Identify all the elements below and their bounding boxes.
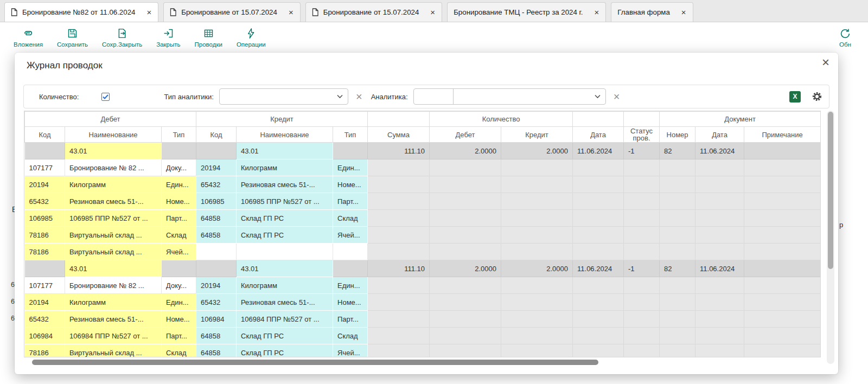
- analytics-select[interactable]: [413, 88, 606, 105]
- table-cell[interactable]: [624, 277, 660, 294]
- table-cell[interactable]: [695, 311, 744, 328]
- table-cell[interactable]: Парт...: [162, 328, 196, 344]
- table-cell[interactable]: 2.0000: [501, 143, 573, 159]
- table-row-detail[interactable]: 20194КилограммЕдин...65432Резиновая смес…: [25, 176, 821, 193]
- settings-gear-icon[interactable]: [812, 91, 822, 102]
- table-cell[interactable]: Един...: [162, 294, 196, 311]
- analytics-type-select[interactable]: [219, 88, 348, 105]
- table-cell[interactable]: 82: [660, 143, 695, 159]
- table-cell[interactable]: [501, 344, 573, 358]
- table-cell[interactable]: [744, 193, 821, 210]
- table-row-summary[interactable]: 43.0143.01111.102.00002.000011.06.2024-1…: [25, 143, 821, 159]
- table-cell[interactable]: 65432: [196, 294, 237, 311]
- table-cell[interactable]: [368, 193, 430, 210]
- tab-close-icon[interactable]: ×: [289, 8, 293, 17]
- table-cell[interactable]: [501, 244, 573, 260]
- table-cell[interactable]: 65432: [25, 193, 65, 210]
- table-cell[interactable]: Склад ГП РС: [237, 328, 333, 344]
- table-cell[interactable]: [368, 344, 430, 358]
- table-cell[interactable]: Склад: [162, 227, 196, 244]
- table-cell[interactable]: 11.06.2024: [573, 260, 624, 277]
- table-cell[interactable]: [744, 294, 821, 311]
- toolbar-button[interactable]: Сохранить: [50, 22, 95, 53]
- table-cell[interactable]: Виртуальный склад ...: [65, 227, 162, 244]
- table-cell[interactable]: [430, 244, 501, 260]
- table-cell[interactable]: [695, 344, 744, 358]
- table-cell[interactable]: [624, 294, 660, 311]
- table-cell[interactable]: [660, 311, 695, 328]
- table-cell[interactable]: [624, 159, 660, 176]
- table-cell[interactable]: Един...: [162, 176, 196, 193]
- table-cell[interactable]: [501, 294, 573, 311]
- table-cell[interactable]: [695, 328, 744, 344]
- table-cell[interactable]: [624, 344, 660, 358]
- table-cell[interactable]: [333, 143, 368, 159]
- table-cell[interactable]: [573, 311, 624, 328]
- table-cell[interactable]: Килограмм: [237, 159, 333, 176]
- toolbar-button[interactable]: Вложения: [7, 22, 50, 53]
- table-cell[interactable]: [660, 159, 695, 176]
- table-cell[interactable]: [368, 176, 430, 193]
- table-cell[interactable]: [624, 328, 660, 344]
- table-cell[interactable]: Килограмм: [65, 176, 162, 193]
- tab[interactable]: Бронирование №82 от 11.06.2024×: [4, 2, 158, 22]
- table-cell[interactable]: [573, 294, 624, 311]
- table-cell[interactable]: [368, 210, 430, 227]
- quantity-checkbox[interactable]: [101, 93, 110, 101]
- table-cell[interactable]: 111.10: [368, 260, 430, 277]
- table-cell[interactable]: [573, 159, 624, 176]
- table-cell[interactable]: 11.06.2024: [695, 143, 744, 159]
- table-cell[interactable]: 20194: [196, 277, 237, 294]
- tab[interactable]: Бронирование ТМЦ - Реестр за 2024 г.×: [447, 2, 606, 22]
- table-row-detail[interactable]: 65432Резиновая смесь 51-...Номе...106985…: [25, 193, 821, 210]
- table-cell[interactable]: 2.0000: [430, 260, 501, 277]
- table-cell[interactable]: [501, 193, 573, 210]
- toolbar-button[interactable]: Операции: [229, 22, 273, 53]
- table-cell[interactable]: [196, 143, 237, 159]
- table-cell[interactable]: Номе...: [162, 311, 196, 328]
- table-cell[interactable]: Склад: [333, 210, 368, 227]
- table-cell[interactable]: [430, 193, 501, 210]
- table-cell[interactable]: 106985 ППР №527 от ...: [237, 193, 333, 210]
- table-cell[interactable]: Парт...: [333, 193, 368, 210]
- table-cell[interactable]: [695, 159, 744, 176]
- table-cell[interactable]: 111.10: [368, 143, 430, 159]
- table-cell[interactable]: [25, 143, 65, 159]
- table-row-doc[interactable]: 107177Бронирование № 82 ...Доку...20194К…: [25, 159, 821, 176]
- table-row-detail[interactable]: 78186Виртуальный склад ...Склад64858Скла…: [25, 227, 821, 244]
- table-cell[interactable]: [501, 311, 573, 328]
- table-cell[interactable]: [430, 176, 501, 193]
- table-cell[interactable]: Склад: [333, 328, 368, 344]
- table-cell[interactable]: [333, 244, 368, 260]
- table-cell[interactable]: [430, 328, 501, 344]
- table-cell[interactable]: [237, 244, 333, 260]
- horizontal-scrollbar-thumb[interactable]: [32, 360, 598, 365]
- tab-close-icon[interactable]: ×: [146, 8, 151, 17]
- table-row-summary[interactable]: 43.0143.01111.102.00002.000011.06.2024-1…: [25, 260, 821, 277]
- table-cell[interactable]: 106984: [25, 328, 65, 344]
- table-cell[interactable]: [501, 176, 573, 193]
- table-cell[interactable]: Доку...: [162, 159, 196, 176]
- table-cell[interactable]: [430, 277, 501, 294]
- vertical-scrollbar[interactable]: [827, 111, 834, 364]
- table-cell[interactable]: [333, 260, 368, 277]
- table-cell[interactable]: [501, 159, 573, 176]
- table-cell[interactable]: Склад ГП РС: [237, 227, 333, 244]
- table-cell[interactable]: [660, 193, 695, 210]
- table-cell[interactable]: [368, 277, 430, 294]
- table-cell[interactable]: 64858: [196, 210, 237, 227]
- table-cell[interactable]: 82: [660, 260, 695, 277]
- table-cell[interactable]: 106984: [196, 311, 237, 328]
- table-cell[interactable]: [624, 244, 660, 260]
- table-cell[interactable]: [744, 260, 821, 277]
- table-cell[interactable]: [744, 143, 821, 159]
- table-row-doc[interactable]: 107177Бронирование № 82 ...Доку...20194К…: [25, 277, 821, 294]
- table-row-detail[interactable]: 78186Виртуальный склад ...Склад64858Скла…: [25, 344, 821, 358]
- table-cell[interactable]: [368, 244, 430, 260]
- table-cell[interactable]: [744, 244, 821, 260]
- table-cell[interactable]: 20194: [196, 159, 237, 176]
- table-cell[interactable]: [695, 277, 744, 294]
- excel-export-icon[interactable]: X: [789, 91, 801, 103]
- table-cell[interactable]: Склад ГП РС: [237, 344, 333, 358]
- table-cell[interactable]: Ячей...: [333, 344, 368, 358]
